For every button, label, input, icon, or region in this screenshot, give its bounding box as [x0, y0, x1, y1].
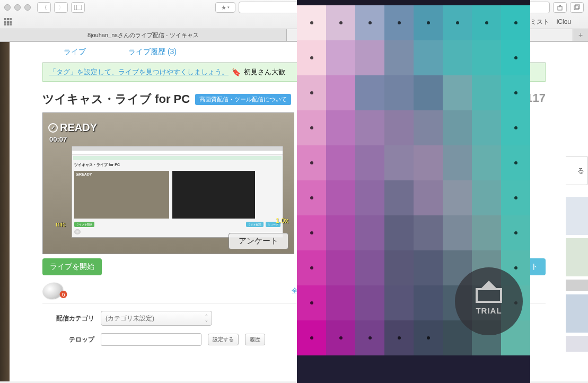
pixel-cell	[297, 5, 326, 40]
telop-set-button[interactable]: 設定する	[208, 334, 239, 345]
pixel-cell	[501, 75, 530, 110]
forward-button[interactable]: 〉	[54, 2, 68, 13]
zoom-window-icon[interactable]	[24, 4, 31, 11]
bookmark-icon: 🔖	[232, 68, 241, 76]
pixel-cell	[355, 250, 384, 285]
telop-input[interactable]	[101, 333, 201, 346]
telop-history-button[interactable]: 履歴	[245, 334, 265, 345]
start-live-button[interactable]: ライブを開始	[42, 258, 102, 275]
page-edge-decoration	[0, 42, 10, 381]
right-panel-fragment[interactable]: る	[566, 156, 588, 185]
telop-label: テロップ	[42, 335, 94, 344]
pixel-cell	[414, 5, 443, 40]
pixel-cell	[472, 180, 501, 215]
pixel-cell	[297, 250, 326, 285]
pixel-cell	[501, 145, 530, 180]
bookmark-icloud[interactable]: iClou	[557, 18, 571, 25]
sidebar-toggle-button[interactable]	[71, 2, 85, 13]
pixel-cell	[472, 40, 501, 75]
thumbnail-slot-4[interactable]	[566, 294, 588, 333]
back-button[interactable]: 〈	[37, 2, 51, 13]
pixel-cell	[355, 40, 384, 75]
video-preview[interactable]: ツイキャス・ライブ for PC ◎READY ライブを開始 ラジオ配信 ミュー…	[42, 112, 294, 254]
pixel-cell	[472, 145, 501, 180]
pixel-cell	[443, 75, 472, 110]
minimize-window-icon[interactable]	[14, 4, 21, 11]
pixel-cell	[414, 40, 443, 75]
ready-status: ✓ READY	[48, 121, 97, 134]
pixel-cell	[355, 110, 384, 145]
pixel-cell	[297, 180, 326, 215]
share-button[interactable]	[553, 2, 567, 13]
pixel-cell	[384, 285, 414, 320]
pixel-cell	[414, 215, 443, 250]
new-tab-button[interactable]: +	[573, 29, 588, 41]
browser-tab-0[interactable]: 8jouhan_nsさんのライブ配信 - ツイキャス	[0, 29, 287, 41]
favorites-button[interactable]: ★▾	[215, 2, 235, 13]
pixel-cell	[501, 180, 530, 215]
pixel-cell	[443, 215, 472, 250]
pixel-cell	[297, 110, 326, 145]
pixel-cell	[355, 285, 384, 320]
thumbnail-slot-2[interactable]	[566, 238, 588, 276]
stream-title: ツイキャス・ライブ for PC	[42, 91, 190, 107]
pixel-cell	[414, 285, 443, 320]
svg-rect-4	[575, 5, 580, 8]
apps-grid-icon[interactable]	[4, 18, 12, 25]
pixel-cell	[355, 180, 384, 215]
pixel-cell	[443, 40, 472, 75]
pixel-cell	[501, 40, 530, 75]
pixel-cell	[384, 250, 414, 285]
pixel-cell	[297, 145, 326, 180]
hq-info-badge[interactable]: 高画質配信・ツール配信について	[195, 94, 291, 105]
pixel-cell	[384, 40, 414, 75]
pixel-cell	[297, 320, 326, 355]
thumbnail-slot-3[interactable]	[566, 280, 588, 291]
pixel-cell	[443, 110, 472, 145]
pixel-cell	[414, 250, 443, 285]
stream-timer: 00:07	[49, 135, 67, 143]
thumbnail-slot-5[interactable]	[566, 336, 588, 352]
pixel-cell	[297, 75, 326, 110]
export-icon	[476, 288, 502, 303]
pixel-cell	[501, 215, 530, 250]
pixel-cell	[472, 5, 501, 40]
survey-button[interactable]: アンケート	[229, 233, 288, 249]
category-label: 配信カテゴリ	[42, 314, 94, 323]
pixel-cell	[384, 180, 414, 215]
notice-tag-link[interactable]: 「タグ」を設定して、ライブを見つけやすくしましょう。	[49, 67, 229, 77]
mic-label: mic	[56, 221, 66, 228]
thumbnail-slot-1[interactable]	[566, 197, 588, 235]
pixel-cell	[326, 75, 355, 110]
tabs-button[interactable]	[570, 2, 584, 13]
window-controls[interactable]	[4, 4, 31, 11]
pixel-cell	[384, 320, 414, 355]
pixel-cell	[326, 5, 355, 40]
pixel-cell	[384, 145, 414, 180]
pixel-cell	[355, 75, 384, 110]
pixel-cell	[501, 110, 530, 145]
nested-recursion-preview: ツイキャス・ライブ for PC ◎READY ライブを開始 ラジオ配信 ミュー…	[72, 146, 283, 238]
category-select[interactable]: (カテゴリ未設定)	[101, 311, 212, 326]
close-window-icon[interactable]	[4, 4, 11, 11]
pixel-cell	[326, 285, 355, 320]
pixel-cell	[472, 110, 501, 145]
svg-rect-0	[74, 5, 82, 10]
pixel-cell	[326, 320, 355, 355]
check-icon: ✓	[48, 123, 58, 133]
pixel-cell	[326, 180, 355, 215]
tabs-icon	[574, 4, 580, 11]
pixel-cell	[326, 215, 355, 250]
pixel-cell	[355, 320, 384, 355]
tab-live[interactable]: ライブ	[42, 42, 107, 62]
coin-icon[interactable]: 0	[41, 281, 64, 301]
pixel-cell	[326, 145, 355, 180]
pixel-cell	[384, 75, 414, 110]
pixel-cell	[326, 250, 355, 285]
pixel-cell	[384, 110, 414, 145]
pixel-cell	[355, 215, 384, 250]
tab-live-history[interactable]: ライブ履歴 (3)	[107, 42, 198, 62]
pixel-cell	[472, 215, 501, 250]
pixel-cell	[297, 215, 326, 250]
pixel-cell	[297, 40, 326, 75]
